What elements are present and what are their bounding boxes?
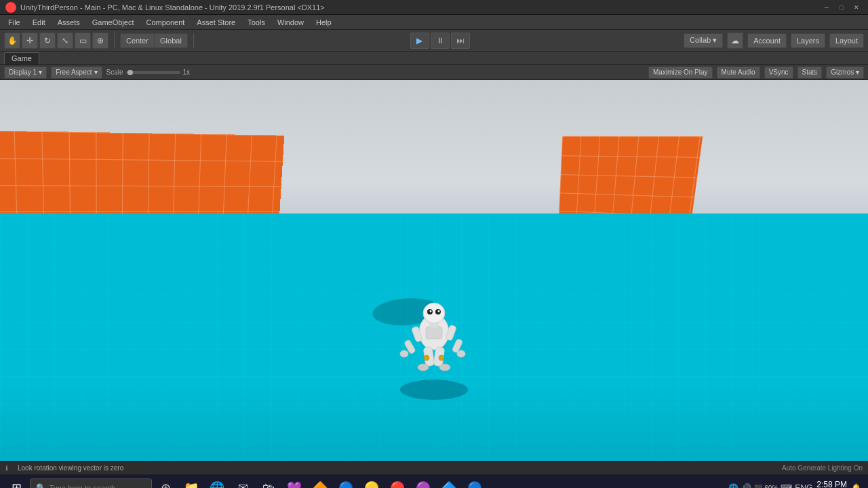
menu-bar: File Edit Assets GameObject Component As… <box>0 15 868 30</box>
app5-icon: 🔷 <box>441 481 456 488</box>
svg-rect-7 <box>430 323 438 328</box>
pivot-group: Center Global <box>120 33 188 48</box>
notifications-icon[interactable]: 🔔 <box>851 483 861 488</box>
taskbar-chrome[interactable]: 🔵 <box>334 476 358 488</box>
game-viewport <box>0 80 868 461</box>
mute-audio-btn[interactable]: Mute Audio <box>717 66 760 79</box>
aspect-arrow: ▾ <box>94 68 98 76</box>
display-arrow: ▾ <box>39 68 42 76</box>
menu-edit[interactable]: Edit <box>27 17 51 28</box>
maximize-button[interactable]: □ <box>835 3 848 12</box>
global-button[interactable]: Global <box>154 33 188 48</box>
display-dropdown[interactable]: Display 1 ▾ <box>4 66 47 79</box>
vsync-btn[interactable]: VSync <box>764 66 793 79</box>
separator-1 <box>114 33 115 48</box>
aspect-dropdown[interactable]: Free Aspect ▾ <box>51 66 102 79</box>
edge-icon: 🌐 <box>210 481 224 488</box>
collab-label: Collab ▾ <box>690 36 717 45</box>
taskbar-right: 🌐 🔊 ⬛ 60% ⌨ ENG 2:58 PM 4/13/2020 🔔 <box>728 480 864 489</box>
search-bar[interactable]: 🔍 Type here to search <box>30 479 152 488</box>
layers-button[interactable]: Layers <box>791 33 825 48</box>
taskbar: ⊞ 🔍 Type here to search ⊕ 📁 🌐 ✉ 🛍 💜 🔶 🔵 … <box>0 474 868 488</box>
chrome-icon: 🔵 <box>338 481 353 488</box>
hand-tool[interactable]: ✋ <box>4 33 20 49</box>
svg-point-13 <box>457 350 465 357</box>
taskbar-mail[interactable]: ✉ <box>231 476 255 488</box>
unity-logo-icon <box>5 2 16 13</box>
title-bar: UnityThirdPerson - Main - PC, Mac & Linu… <box>0 0 868 15</box>
explorer-icon: 📁 <box>184 481 199 488</box>
menu-assets[interactable]: Assets <box>52 17 85 28</box>
pause-button[interactable]: ⏸ <box>431 33 450 49</box>
clock: 2:58 PM 4/13/2020 <box>816 480 847 489</box>
search-placeholder: Type here to search <box>50 484 115 488</box>
menu-help[interactable]: Help <box>311 17 337 28</box>
menu-assetstore[interactable]: Asset Store <box>191 17 241 28</box>
step-button[interactable]: ⏭ <box>451 33 470 49</box>
aspect-label: Free Aspect <box>56 68 92 76</box>
svg-point-2 <box>423 303 445 323</box>
gizmos-btn[interactable]: Gizmos ▾ <box>826 66 864 79</box>
app4-icon: 🟣 <box>416 481 431 488</box>
stats-btn[interactable]: Stats <box>797 66 823 79</box>
close-button[interactable]: ✕ <box>850 3 863 12</box>
svg-point-5 <box>430 310 432 312</box>
scale-label: Scale <box>106 68 123 76</box>
scale-tool[interactable]: ⤡ <box>57 33 73 49</box>
mail-icon: ✉ <box>238 481 248 488</box>
vs-icon: 💜 <box>287 481 302 488</box>
status-bar: ℹ Look rotation viewing vector is zero A… <box>0 461 868 474</box>
menu-file[interactable]: File <box>3 17 26 28</box>
scale-value: 1x <box>183 68 191 76</box>
display-label: Display 1 <box>9 68 37 76</box>
play-button[interactable]: ▶ <box>410 33 429 49</box>
keyboard-icon[interactable]: ⌨ <box>781 483 792 488</box>
layout-button[interactable]: Layout <box>829 33 864 48</box>
taskbar-cortana[interactable]: ⊕ <box>153 476 178 488</box>
lang-indicator[interactable]: ENG <box>795 483 812 488</box>
minimize-button[interactable]: ─ <box>821 3 833 12</box>
window-controls: ─ □ ✕ <box>821 3 863 12</box>
menu-gameobject[interactable]: GameObject <box>87 17 140 28</box>
svg-point-6 <box>438 310 440 312</box>
collab-button[interactable]: Collab ▾ <box>684 33 723 48</box>
maximize-on-play-btn[interactable]: Maximize On Play <box>648 66 713 79</box>
vscode-icon: 🔵 <box>467 481 482 488</box>
taskbar-app3[interactable]: 🔴 <box>385 476 410 488</box>
taskbar-app4[interactable]: 🟣 <box>411 476 435 488</box>
store-icon: 🛍 <box>262 481 275 489</box>
taskbar-store[interactable]: 🛍 <box>256 476 281 488</box>
lighting-status: Auto Generate Lighting On <box>782 464 863 472</box>
system-tray: 🌐 🔊 ⬛ 60% ⌨ ENG <box>728 483 812 488</box>
menu-component[interactable]: Component <box>140 17 190 28</box>
svg-point-15 <box>418 364 429 371</box>
center-button[interactable]: Center <box>120 33 154 48</box>
account-button[interactable]: Account <box>747 33 787 48</box>
taskbar-explorer[interactable]: 📁 <box>179 476 203 488</box>
menu-tools[interactable]: Tools <box>242 17 271 28</box>
robot-shadow <box>400 380 468 400</box>
speaker-icon[interactable]: 🔊 <box>741 483 751 488</box>
move-tool[interactable]: ✛ <box>22 33 38 49</box>
status-message: Look rotation viewing vector is zero <box>18 464 123 472</box>
rect-tool[interactable]: ▭ <box>75 33 91 49</box>
rotate-tool[interactable]: ↻ <box>39 33 56 49</box>
taskbar-app2[interactable]: 🟡 <box>359 476 384 488</box>
menu-window[interactable]: Window <box>272 17 309 28</box>
svg-point-19 <box>439 355 444 361</box>
scale-slider[interactable] <box>126 71 180 74</box>
game-tab[interactable]: Game <box>4 52 39 64</box>
taskbar-vs[interactable]: 💜 <box>282 476 307 488</box>
taskbar-edge[interactable]: 🌐 <box>205 476 229 488</box>
robot-character <box>393 291 475 386</box>
start-button[interactable]: ⊞ <box>4 476 28 488</box>
taskbar-vscode[interactable]: 🔵 <box>462 476 487 488</box>
taskbar-app5[interactable]: 🔷 <box>437 476 461 488</box>
transform-tool[interactable]: ⊕ <box>92 33 108 49</box>
playback-controls: ▶ ⏸ ⏭ <box>199 33 681 49</box>
taskbar-vlc[interactable]: 🔶 <box>308 476 332 488</box>
search-icon: 🔍 <box>36 483 46 488</box>
cloud-button[interactable]: ☁ <box>727 33 743 49</box>
game-view-header: Game <box>0 52 868 65</box>
network-icon[interactable]: 🌐 <box>728 483 738 488</box>
